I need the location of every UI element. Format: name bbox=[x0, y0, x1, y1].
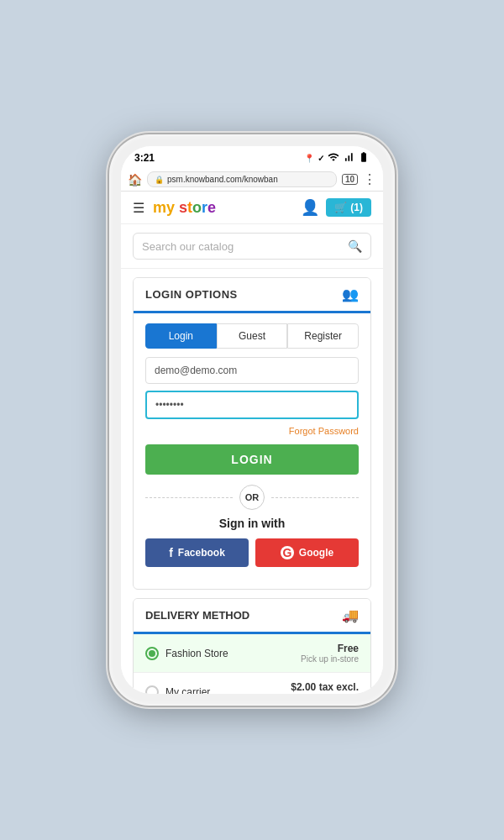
phone-frame: 3:21 📍 ✓ 🏠 🔒 psm.knowband.com/knowb bbox=[109, 134, 395, 706]
delivery-card-title: DELIVERY METHOD bbox=[145, 609, 249, 622]
or-line-right bbox=[271, 497, 359, 498]
cart-icon: 🛒 bbox=[334, 202, 347, 213]
logo-e: e bbox=[207, 199, 216, 216]
radio-fashion-store[interactable] bbox=[145, 647, 159, 660]
or-line-left bbox=[145, 497, 233, 498]
delivery-price-1: $2.00 tax excl. bbox=[291, 681, 359, 693]
cart-button[interactable]: 🛒 (1) bbox=[326, 198, 371, 217]
header-right: 👤 🛒 (1) bbox=[301, 198, 371, 217]
login-card-body: Login Guest Register Forgot Password LOG… bbox=[134, 313, 370, 589]
header-left: ☰ my store bbox=[133, 199, 216, 217]
google-login-button[interactable]: G Google bbox=[255, 538, 359, 567]
url-text: psm.knowband.com/knowban bbox=[167, 175, 278, 184]
facebook-login-button[interactable]: f Facebook bbox=[145, 538, 249, 567]
logo-s: s bbox=[179, 199, 187, 216]
delivery-sub-0: Pick up in-store bbox=[301, 654, 359, 664]
delivery-right-0: Free Pick up in-store bbox=[301, 643, 359, 664]
or-divider: OR bbox=[145, 485, 359, 510]
delivery-option-left-1: My carrier bbox=[145, 685, 210, 695]
login-card-header: LOGIN OPTIONS 👥 bbox=[134, 278, 370, 313]
facebook-icon: f bbox=[169, 546, 173, 559]
or-label: OR bbox=[239, 485, 265, 510]
phone-inner: 3:21 📍 ✓ 🏠 🔒 psm.knowband.com/knowb bbox=[121, 146, 383, 694]
delivery-option-0[interactable]: Fashion Store Free Pick up in-store bbox=[134, 634, 370, 673]
browser-menu-button[interactable]: ⋮ bbox=[363, 171, 376, 187]
logo-r: r bbox=[202, 199, 207, 216]
tab-login[interactable]: Login bbox=[145, 323, 217, 349]
search-icon: 🔍 bbox=[348, 239, 362, 253]
forgot-password-link[interactable]: Forgot Password bbox=[145, 426, 359, 436]
search-placeholder: Search our catalog bbox=[142, 240, 234, 253]
home-button[interactable]: 🏠 bbox=[128, 173, 142, 186]
signal-icon bbox=[343, 151, 354, 165]
tab-register[interactable]: Register bbox=[287, 323, 359, 349]
facebook-label: Facebook bbox=[178, 547, 225, 559]
login-tabs: Login Guest Register bbox=[145, 323, 359, 349]
status-time: 3:21 bbox=[134, 152, 155, 164]
tab-guest[interactable]: Guest bbox=[217, 323, 288, 349]
delivery-sub-1: Delivery next day! bbox=[291, 693, 359, 694]
email-field[interactable] bbox=[145, 357, 359, 384]
login-card: LOGIN OPTIONS 👥 Login Guest Register bbox=[133, 277, 371, 590]
signin-title: Sign in with bbox=[145, 517, 359, 530]
delivery-card-header: DELIVERY METHOD 🚚 bbox=[134, 599, 370, 634]
lock-icon: 🔒 bbox=[155, 176, 164, 184]
social-buttons: f Facebook G Google bbox=[145, 538, 359, 567]
status-icons: 📍 ✓ bbox=[304, 151, 370, 165]
app-header: ☰ my store 👤 🛒 (1) bbox=[121, 192, 383, 224]
delivery-right-1: $2.00 tax excl. Delivery next day! bbox=[291, 681, 359, 694]
delivery-option-left-0: Fashion Store bbox=[145, 647, 228, 660]
google-label: Google bbox=[299, 547, 333, 559]
wifi-icon bbox=[328, 151, 339, 165]
delivery-price-0: Free bbox=[301, 643, 359, 654]
delivery-option-1[interactable]: My carrier $2.00 tax excl. Delivery next… bbox=[134, 673, 370, 694]
status-bar: 3:21 📍 ✓ bbox=[121, 146, 383, 168]
logo-o: o bbox=[192, 199, 202, 216]
location-icon: 📍 bbox=[304, 154, 314, 163]
cart-count: (1) bbox=[350, 202, 363, 213]
password-field[interactable] bbox=[145, 391, 359, 419]
battery-icon bbox=[358, 151, 370, 165]
delivery-name-0: Fashion Store bbox=[165, 648, 228, 659]
login-user-icon: 👥 bbox=[342, 286, 359, 302]
search-bar-wrap: Search our catalog 🔍 bbox=[121, 224, 383, 269]
user-icon[interactable]: 👤 bbox=[301, 198, 319, 217]
browser-bar: 🏠 🔒 psm.knowband.com/knowban 10 ⋮ bbox=[121, 168, 383, 192]
radio-inner bbox=[149, 650, 155, 657]
delivery-name-1: My carrier bbox=[165, 686, 210, 695]
store-logo: my store bbox=[153, 199, 216, 217]
check-icon: ✓ bbox=[318, 154, 324, 163]
content-area: ☰ my store 👤 🛒 (1) Search our catalog bbox=[121, 192, 383, 694]
delivery-card: DELIVERY METHOD 🚚 Fashion Store Free Pic… bbox=[133, 598, 371, 694]
login-card-title: LOGIN OPTIONS bbox=[145, 288, 238, 301]
radio-my-carrier[interactable] bbox=[145, 685, 159, 695]
hamburger-menu[interactable]: ☰ bbox=[133, 200, 144, 216]
logo-my: my bbox=[153, 199, 179, 216]
tab-count[interactable]: 10 bbox=[342, 174, 358, 185]
url-bar[interactable]: 🔒 psm.knowband.com/knowban bbox=[147, 171, 337, 187]
google-icon: G bbox=[281, 546, 294, 559]
delivery-icon: 🚚 bbox=[342, 607, 359, 623]
search-bar[interactable]: Search our catalog 🔍 bbox=[133, 233, 371, 260]
login-button[interactable]: LOGIN bbox=[145, 444, 359, 475]
